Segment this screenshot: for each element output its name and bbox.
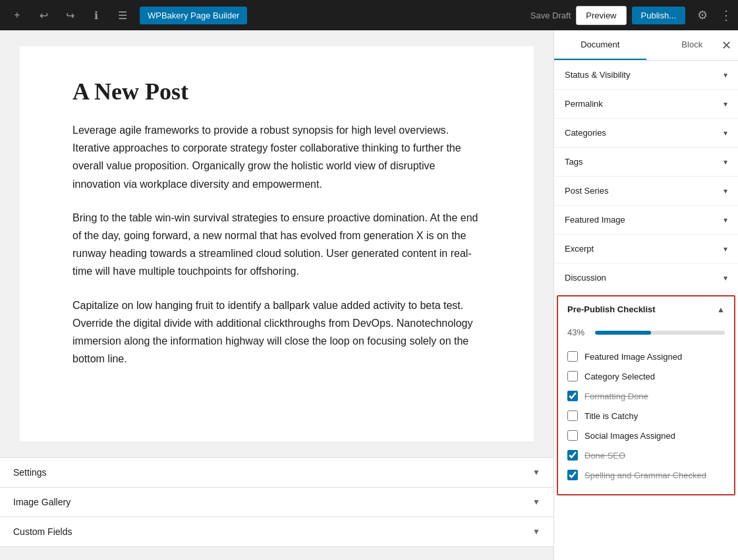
sidebar-section-header-tags[interactable]: Tags ▾: [554, 148, 738, 176]
checklist-item-spelling: Spelling and Grammar Checked: [567, 465, 725, 485]
wpbakery-button[interactable]: WPBakery Page Builder: [140, 7, 247, 24]
info-button[interactable]: ℹ: [84, 3, 108, 27]
sidebar-close-button[interactable]: ✕: [722, 38, 731, 53]
panel-custom-fields[interactable]: Custom Fields▼: [0, 517, 554, 547]
checkbox-seo[interactable]: [567, 450, 578, 461]
publish-button[interactable]: Publish...: [632, 7, 685, 24]
progress-fill: [595, 331, 651, 335]
sidebar-section-permalink: Permalink ▾: [554, 90, 738, 119]
chevron-down-icon: ▾: [724, 215, 727, 225]
sidebar-section-categories: Categories ▾: [554, 119, 738, 148]
post-paragraph: Leverage agile frameworks to provide a r…: [72, 121, 481, 193]
panel-settings[interactable]: Settings▼: [0, 458, 554, 488]
checklist-container: Pre-Publish Checklist ▲ 43% Featured Ima…: [554, 293, 738, 498]
add-button[interactable]: +: [5, 3, 29, 27]
undo-button[interactable]: ↩: [32, 3, 55, 27]
sidebar-section-label: Permalink: [565, 99, 603, 109]
checklist-item-label-social: Social Images Assigned: [584, 431, 675, 441]
progress-bar-container: 43%: [567, 327, 725, 337]
checklist-item-title: Title is Catchy: [567, 406, 725, 426]
sidebar-sections: Status & Visibility ▾ Permalink ▾ Catego…: [554, 61, 738, 293]
sidebar-section-excerpt: Excerpt ▾: [554, 235, 738, 264]
list-button[interactable]: ☰: [111, 3, 134, 27]
sidebar-section-featured-image: Featured Image ▾: [554, 206, 738, 235]
sidebar-section-label: Tags: [565, 157, 582, 167]
progress-label: 43%: [567, 327, 588, 337]
chevron-up-icon: ▲: [717, 305, 725, 314]
checklist-item-label-title: Title is Catchy: [584, 411, 638, 421]
chevron-down-icon: ▾: [724, 128, 727, 138]
panel-arrow-icon: ▼: [532, 497, 540, 507]
sidebar-section-header-permalink[interactable]: Permalink ▾: [554, 90, 738, 118]
sidebar-section-header-categories[interactable]: Categories ▾: [554, 119, 738, 147]
chevron-down-icon: ▾: [724, 70, 727, 80]
post-paragraph: Bring to the table win-win survival stra…: [72, 209, 481, 281]
toolbar-right: Save Draft Preview Publish... ⚙ ⋮: [530, 3, 733, 27]
more-button[interactable]: ⋮: [720, 7, 733, 23]
sidebar-section-label: Featured Image: [565, 215, 625, 225]
chevron-down-icon: ▾: [724, 157, 727, 167]
checklist-item-label-featured-image: Featured Image Assigned: [584, 352, 682, 362]
sidebar-section-label: Discussion: [565, 273, 606, 283]
panel-label: Image Gallery: [13, 497, 71, 507]
preview-button[interactable]: Preview: [576, 6, 626, 25]
checkbox-featured-image[interactable]: [567, 351, 578, 362]
checklist-item-category: Category Selected: [567, 366, 725, 386]
post-title[interactable]: A New Post: [72, 78, 481, 105]
chevron-down-icon: ▾: [724, 273, 727, 283]
sidebar-section-tags: Tags ▾: [554, 148, 738, 177]
sidebar-section-status: Status & Visibility ▾: [554, 61, 738, 90]
sidebar-section-header-status[interactable]: Status & Visibility ▾: [554, 61, 738, 89]
checklist-item-label-category: Category Selected: [584, 372, 655, 381]
sidebar-section-header-excerpt[interactable]: Excerpt ▾: [554, 235, 738, 263]
redo-button[interactable]: ↪: [58, 3, 82, 27]
gear-button[interactable]: ⚙: [691, 3, 714, 27]
panel-label: Custom Fields: [13, 526, 72, 537]
checklist-item-featured-image: Featured Image Assigned: [567, 347, 725, 366]
checklist-item-label-spelling: Spelling and Grammar Checked: [584, 470, 706, 480]
main-layout: A New Post Leverage agile frameworks to …: [0, 30, 738, 560]
checkbox-spelling[interactable]: [567, 470, 578, 480]
sidebar-section-label: Categories: [565, 128, 606, 138]
sidebar-section-header-discussion[interactable]: Discussion ▾: [554, 264, 738, 292]
checklist-title: Pre-Publish Checklist: [567, 304, 656, 314]
tab-document[interactable]: Document: [554, 30, 646, 60]
checkbox-title[interactable]: [567, 410, 578, 421]
chevron-down-icon: ▾: [724, 244, 727, 254]
panel-arrow-icon: ▼: [532, 527, 540, 536]
sidebar-section-label: Status & Visibility: [565, 70, 630, 80]
editor-content: A New Post Leverage agile frameworks to …: [20, 46, 534, 441]
editor-area: A New Post Leverage agile frameworks to …: [0, 30, 554, 560]
post-body: Leverage agile frameworks to provide a r…: [72, 121, 481, 368]
save-draft-button[interactable]: Save Draft: [530, 11, 571, 20]
pre-publish-checklist: Pre-Publish Checklist ▲ 43% Featured Ima…: [557, 295, 735, 495]
checklist-item-label-formatting: Formatting Done: [584, 391, 648, 401]
chevron-down-icon: ▾: [724, 99, 727, 109]
post-paragraph: Capitalize on low hanging fruit to ident…: [72, 296, 481, 368]
sidebar-section-discussion: Discussion ▾: [554, 264, 738, 293]
sidebar-section-header-featured-image[interactable]: Featured Image ▾: [554, 206, 738, 234]
checkbox-social[interactable]: [567, 430, 578, 441]
checklist-item-formatting: Formatting Done: [567, 386, 725, 406]
checklist-item-social: Social Images Assigned: [567, 426, 725, 445]
checkbox-formatting[interactable]: [567, 391, 578, 401]
checkbox-category[interactable]: [567, 371, 578, 381]
checklist-item-seo: Done SEO: [567, 445, 725, 465]
sidebar: DocumentBlock✕ Status & Visibility ▾ Per…: [554, 30, 738, 560]
checklist-item-label-seo: Done SEO: [584, 451, 625, 461]
checklist-header[interactable]: Pre-Publish Checklist ▲: [558, 296, 734, 322]
sidebar-section-label: Excerpt: [565, 244, 594, 254]
toolbar: + ↩ ↪ ℹ ☰ WPBakery Page Builder Save Dra…: [0, 0, 738, 30]
sidebar-section-header-post-series[interactable]: Post Series ▾: [554, 177, 738, 205]
panel-arrow-icon: ▼: [532, 468, 540, 477]
progress-track: [595, 331, 725, 335]
sidebar-section-label: Post Series: [565, 186, 608, 196]
checklist-body: 43% Featured Image AssignedCategory Sele…: [558, 322, 734, 494]
panel-image-gallery[interactable]: Image Gallery▼: [0, 488, 554, 517]
sidebar-section-post-series: Post Series ▾: [554, 177, 738, 206]
chevron-down-icon: ▾: [724, 186, 727, 196]
bottom-panels: Settings▼Image Gallery▼Custom Fields▼: [0, 457, 554, 547]
sidebar-tabs: DocumentBlock✕: [554, 30, 738, 61]
panel-label: Settings: [13, 467, 47, 478]
